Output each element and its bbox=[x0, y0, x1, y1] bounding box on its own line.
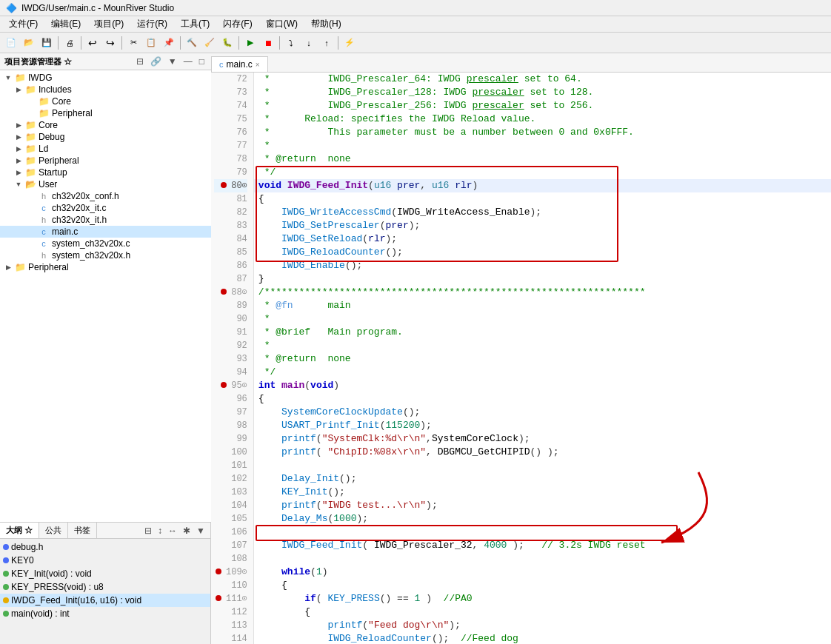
toolbar-sep-7 bbox=[338, 36, 338, 50]
line-num-77: 77 bbox=[214, 139, 247, 152]
outline-item-key-press[interactable]: KEY_PRESS(void) : u8 bbox=[0, 580, 210, 594]
panel-min-icon[interactable]: — bbox=[181, 56, 195, 67]
toolbar-clean[interactable]: 🧹 bbox=[201, 35, 218, 51]
outline-label-key0: KEY0 bbox=[11, 555, 34, 566]
code-line-92: * bbox=[254, 339, 831, 352]
tree-item-sys-c[interactable]: c system_ch32v20x.c bbox=[0, 238, 211, 249]
panel-collapse-icon[interactable]: ⊟ bbox=[134, 56, 146, 67]
toolbar-undo[interactable]: ↩ bbox=[84, 35, 101, 51]
tree-item-it-c[interactable]: c ch32v20x_it.c bbox=[0, 202, 211, 214]
line-num-72: 72 bbox=[214, 73, 247, 86]
outline-icon-1[interactable]: ⊟ bbox=[142, 525, 154, 537]
code-line-90: * bbox=[254, 312, 831, 326]
panel-menu-icon[interactable]: ▼ bbox=[166, 56, 179, 67]
tab-bookmark[interactable]: 书签 bbox=[68, 523, 97, 538]
tree-item-it-h[interactable]: h ch32v20x_it.h bbox=[0, 214, 211, 226]
tab-close-button[interactable]: × bbox=[256, 61, 260, 69]
tree-arrow-iwdg: ▼ bbox=[3, 74, 13, 81]
toolbar-save[interactable]: 💾 bbox=[39, 35, 55, 51]
toolbar-run[interactable]: ▶ bbox=[242, 35, 258, 51]
code-line-114: IWDG_ReloadCounter(); //Feed dog bbox=[254, 632, 831, 644]
menu-flash[interactable]: 闪存(F) bbox=[217, 16, 258, 32]
toolbar-redo[interactable]: ↪ bbox=[102, 35, 119, 51]
code-line-89: * @fn main bbox=[254, 299, 831, 312]
menu-project[interactable]: 项目(P) bbox=[88, 16, 130, 32]
tree-item-sys-h[interactable]: h system_ch32v20x.h bbox=[0, 249, 211, 261]
outline-label-debug: debug.h bbox=[11, 542, 43, 552]
code-line-108 bbox=[254, 552, 831, 566]
line-num-96: 96 bbox=[214, 392, 247, 406]
panel-max-icon[interactable]: □ bbox=[197, 56, 207, 67]
menu-tools[interactable]: 工具(T) bbox=[175, 16, 216, 32]
menu-bar: 文件(F) 编辑(E) 项目(P) 运行(R) 工具(T) 闪存(F) 窗口(W… bbox=[0, 16, 831, 33]
line-num-105: 105 bbox=[214, 512, 247, 526]
outline-item-key-init[interactable]: KEY_Init(void) : void bbox=[0, 567, 210, 580]
tree-item-peripheral[interactable]: ▶ 📁 Peripheral bbox=[0, 155, 211, 167]
tree-root-iwdg[interactable]: ▼ 📁 IWDG bbox=[0, 72, 211, 84]
line-num-85: 85 bbox=[214, 246, 247, 259]
outline-item-iwdg-feed[interactable]: IWDG_Feed_Init(u16, u16) : void bbox=[0, 594, 210, 607]
menu-edit[interactable]: 编辑(E) bbox=[45, 16, 87, 32]
tree-item-main-c[interactable]: c main.c bbox=[0, 226, 211, 238]
toolbar-copy[interactable]: 📋 bbox=[143, 35, 159, 51]
tree-item-conf-h[interactable]: h ch32v20x_conf.h bbox=[0, 190, 211, 202]
code-line-72: * IWDG_Prescaler_64: IWDG prescaler set … bbox=[254, 73, 831, 86]
tree-item-core[interactable]: ▶ 📁 Core bbox=[0, 119, 211, 131]
code-content: * IWDG_Prescaler_64: IWDG prescaler set … bbox=[254, 73, 831, 644]
tab-public[interactable]: 公共 bbox=[39, 523, 68, 538]
code-line-109: while(1) bbox=[254, 566, 831, 579]
tree-arrow-user: ▼ bbox=[13, 181, 24, 188]
code-line-79: */ bbox=[254, 166, 831, 179]
tree-item-ld[interactable]: ▶ 📁 Ld bbox=[0, 143, 211, 155]
line-num-90: 90 bbox=[214, 312, 247, 326]
toolbar-print[interactable]: 🖨 bbox=[61, 35, 78, 51]
toolbar-build[interactable]: 🔨 bbox=[184, 35, 200, 51]
tree-icon-core: 📁 bbox=[24, 120, 37, 130]
tree-label-sys-h: system_ch32v20x.h bbox=[52, 250, 211, 261]
window-title: IWDG/User/main.c - MounRiver Studio bbox=[21, 3, 174, 13]
toolbar-paste[interactable]: 📌 bbox=[161, 35, 177, 51]
tab-outline[interactable]: 大纲 ☆ bbox=[0, 523, 39, 538]
toolbar-stop[interactable]: ⏹ bbox=[260, 35, 276, 51]
toolbar-step-over[interactable]: ⤵ bbox=[283, 35, 299, 51]
toolbar-debug[interactable]: 🐛 bbox=[219, 35, 236, 51]
tree-item-includes-core[interactable]: 📁 Core bbox=[0, 95, 211, 107]
tree-item-root-peripheral[interactable]: ▶ 📁 Peripheral bbox=[0, 261, 211, 273]
code-line-96: { bbox=[254, 392, 831, 406]
toolbar-flash[interactable]: ⚡ bbox=[341, 35, 358, 51]
outline-icon-5[interactable]: ▼ bbox=[194, 525, 207, 537]
tree-item-debug[interactable]: ▶ 📁 Debug bbox=[0, 131, 211, 143]
toolbar-step-out[interactable]: ↑ bbox=[318, 35, 335, 51]
outline-dot-key-press bbox=[3, 584, 9, 590]
code-line-82: IWDG_WriteAccessCmd(IWDG_WriteAccess_Ena… bbox=[254, 206, 831, 219]
code-line-102: Delay_Init(); bbox=[254, 472, 831, 486]
tree-item-includes-peripheral[interactable]: 📁 Peripheral bbox=[0, 107, 211, 119]
tree-icon-iwdg: 📁 bbox=[13, 73, 27, 83]
toolbar-cut[interactable]: ✂ bbox=[125, 35, 141, 51]
line-num-94: 94 bbox=[214, 366, 247, 379]
toolbar-step-in[interactable]: ↓ bbox=[301, 35, 317, 51]
tree-icon-conf-h: h bbox=[37, 192, 50, 201]
line-num-109: 109⊙ bbox=[214, 566, 247, 579]
tree-item-startup[interactable]: ▶ 📁 Startup bbox=[0, 167, 211, 178]
menu-run[interactable]: 运行(R) bbox=[131, 16, 173, 32]
line-num-104: 104 bbox=[214, 499, 247, 512]
title-bar: 🔷 IWDG/User/main.c - MounRiver Studio bbox=[0, 0, 831, 16]
toolbar-open[interactable]: 📂 bbox=[21, 35, 37, 51]
tree-label-sys-c: system_ch32v20x.c bbox=[52, 238, 211, 249]
outline-item-debug[interactable]: debug.h bbox=[0, 540, 210, 554]
outline-icon-2[interactable]: ↕ bbox=[156, 525, 164, 537]
outline-icon-4[interactable]: ✱ bbox=[181, 525, 193, 537]
tree-item-user[interactable]: ▼ 📂 User bbox=[0, 178, 211, 190]
outline-item-key0[interactable]: KEY0 bbox=[0, 554, 210, 567]
outline-icon-3[interactable]: ↔ bbox=[166, 525, 179, 537]
toolbar-new[interactable]: 📄 bbox=[3, 35, 19, 51]
menu-file[interactable]: 文件(F) bbox=[3, 16, 44, 32]
editor-tab-main[interactable]: c main.c × bbox=[211, 56, 268, 72]
code-editor[interactable]: 72 73 74 75 76 77 78 79 80⊙ 81 82 83 84 … bbox=[211, 73, 831, 644]
menu-help[interactable]: 帮助(H) bbox=[305, 16, 347, 32]
menu-window[interactable]: 窗口(W) bbox=[260, 16, 304, 32]
panel-link-icon[interactable]: 🔗 bbox=[148, 56, 164, 67]
tree-item-includes[interactable]: ▶ 📁 Includes bbox=[0, 84, 211, 95]
outline-item-main[interactable]: main(void) : int bbox=[0, 607, 210, 620]
